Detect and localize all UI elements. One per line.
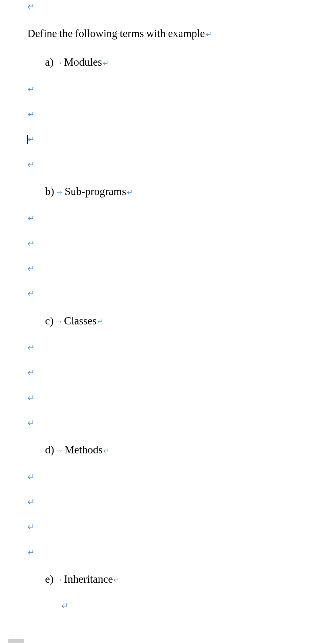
list-label: Inheritance [64,573,113,585]
pilcrow-icon: ↵ [27,368,35,378]
paragraph-mark-line[interactable]: ↵ [0,109,322,120]
list-marker: e) [45,573,54,585]
pilcrow-icon: ↵ [103,59,109,68]
document-body[interactable]: ↵ Define·the·following·terms·with·exampl… [0,2,322,628]
pilcrow-icon: ↵ [27,522,35,532]
list-marker: c) [45,315,54,327]
pilcrow-icon: ↵ [27,109,35,120]
space-dot-icon: · [144,32,146,36]
heading-word: Define [27,27,57,39]
heading-word: the [59,27,72,39]
pilcrow-icon: ↵ [206,30,212,39]
paragraph-mark-line[interactable]: ↵ [0,213,322,224]
pilcrow-icon: ↵ [27,547,35,558]
paragraph-mark-line[interactable]: ↵ [0,84,322,95]
list-item[interactable]: b)→Sub-programs↵ [0,185,322,199]
pilcrow-icon: ↵ [27,239,35,249]
pilcrow-icon: ↵ [27,393,35,403]
paragraph-mark-line[interactable]: ↵ [0,134,322,145]
paragraph-mark-line[interactable]: ↵ [0,601,322,611]
text-cursor: ↵ [27,134,35,145]
list-item[interactable]: d)→Methods↵ [0,443,322,457]
pilcrow-icon: ↵ [27,264,35,274]
paragraph-mark-line[interactable]: ↵ [0,239,322,249]
heading-word: example [168,27,204,39]
space-dot-icon: · [57,32,59,36]
list-label: Modules [64,56,102,68]
list-item[interactable]: a)→Modules↵ [0,55,322,69]
heading-word: following [75,27,117,39]
pilcrow-icon: ↵ [27,497,35,507]
paragraph-mark-line[interactable]: ↵ [0,472,322,482]
tab-arrow-icon: → [54,316,63,328]
space-dot-icon: · [165,32,168,36]
pilcrow-icon: ↵ [103,447,109,456]
pilcrow-icon: ↵ [27,84,35,95]
pilcrow-icon: ↵ [127,188,133,197]
pilcrow-icon: ↵ [114,575,120,585]
paragraph-mark-line[interactable]: ↵ [0,289,322,299]
paragraph-mark-line[interactable]: ↵ [0,497,322,507]
list-marker: a) [45,56,54,68]
space-dot-icon: · [72,32,75,36]
list-label: Classes [64,315,97,327]
pilcrow-icon: ↵ [27,2,35,12]
list-label: Methods [65,444,103,456]
space-dot-icon: · [117,32,120,36]
pilcrow-icon: ↵ [27,213,35,224]
heading-line[interactable]: Define·the·following·terms·with·example↵ [0,27,322,41]
pilcrow-icon: ↵ [27,343,35,353]
heading-word: with [146,27,165,39]
tab-arrow-icon: → [55,187,64,198]
tab-arrow-icon: → [54,57,63,69]
pilcrow-icon: ↵ [97,317,103,326]
pilcrow-icon: ↵ [27,472,35,482]
list-label: Sub-programs [65,185,126,197]
paragraph-mark-line[interactable]: ↵ [0,522,322,532]
tab-arrow-icon: → [54,574,63,586]
pilcrow-icon: ↵ [27,418,35,428]
paragraph-mark-line[interactable]: ↵ [0,2,322,12]
paragraph-mark-line[interactable]: ↵ [0,418,322,428]
pilcrow-icon: ↵ [61,601,68,611]
paragraph-mark-line[interactable]: ↵ [0,264,322,274]
paragraph-mark-line[interactable]: ↵ [0,368,322,378]
paragraph-mark-line[interactable]: ↵ [0,547,322,558]
list-item[interactable]: c)→Classes↵ [0,314,322,328]
list-marker: d) [45,444,54,456]
heading-word: terms [120,27,144,39]
tab-arrow-icon: → [55,445,64,457]
paragraph-mark-line[interactable]: ↵ [0,160,322,170]
pilcrow-icon: ↵ [27,289,35,299]
list-item[interactable]: e)→Inheritance↵ [0,572,322,586]
paragraph-mark-line[interactable]: ↵ [0,393,322,403]
paragraph-mark-line[interactable]: ↵ [0,343,322,353]
pilcrow-icon: ↵ [27,160,35,170]
list-marker: b) [45,185,54,197]
